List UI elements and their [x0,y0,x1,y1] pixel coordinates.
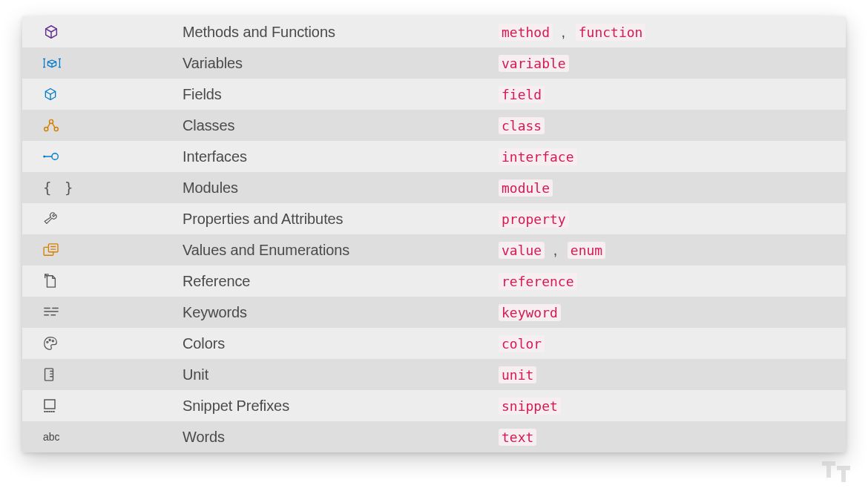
code-token: field [499,86,545,103]
code-token: module [499,179,553,197]
code-values: variable [499,55,846,72]
label: Words [183,429,499,446]
separator: , [545,242,568,258]
field-icon [43,87,183,102]
code-values: color [499,335,846,352]
code-values: text [499,429,846,446]
code-token: variable [499,55,569,72]
table-row: Fields field [22,79,846,110]
code-token: interface [499,148,577,165]
label: Classes [183,117,499,134]
code-token: enum [568,242,605,259]
snippet-icon [43,398,183,413]
table-row: Classes class [22,110,846,141]
table-row: abc Words text [22,421,846,452]
code-values: unit [499,366,846,383]
table-row: Colors color [22,328,846,359]
svg-point-4 [43,155,45,157]
svg-point-7 [47,341,48,343]
code-values: property [499,211,846,228]
code-token: color [499,335,545,352]
code-values: field [499,86,846,103]
table-row: { } Modules module [22,172,846,203]
interface-icon [43,151,183,162]
label: Properties and Attributes [183,211,499,228]
label: Colors [183,335,499,352]
table-row: Snippet Prefixes snippet [22,390,846,421]
svg-rect-14 [841,466,846,482]
svg-point-9 [52,340,53,342]
svg-point-1 [49,119,53,123]
code-token: property [499,211,569,228]
svg-rect-6 [48,244,58,252]
watermark-icon [822,461,855,482]
table-row: Reference reference [22,266,846,297]
text-icon: abc [43,431,183,443]
code-values: reference [499,273,846,290]
reference-icon [43,274,183,288]
svg-rect-10 [45,369,53,380]
label: Reference [183,273,499,290]
table-row: Properties and Attributes property [22,203,846,234]
color-icon [43,336,183,351]
code-values: value , enum [499,242,846,259]
code-token: reference [499,273,577,290]
table-row: Methods and Functions method , function [22,16,846,47]
table-row: Variables variable [22,47,846,79]
keyword-icon [43,306,183,319]
label: Fields [183,86,499,103]
svg-point-8 [49,339,50,340]
label: Variables [183,55,499,72]
intellisense-legend-table: Methods and Functions method , function … [22,16,846,452]
table-row: Keywords keyword [22,297,846,328]
enum-icon [43,243,183,257]
label: Snippet Prefixes [183,398,499,415]
variable-icon [43,57,183,69]
code-values: interface [499,148,846,165]
code-values: class [499,117,846,134]
table-row: Interfaces interface [22,141,846,172]
table-row: Unit unit [22,359,846,390]
label: Modules [183,179,499,197]
table-row: Values and Enumerations value , enum [22,234,846,266]
label: Interfaces [183,148,499,165]
code-values: keyword [499,304,846,321]
code-token: class [499,117,545,134]
code-token: text [499,429,536,446]
code-values: snippet [499,398,846,415]
code-token: unit [499,366,536,383]
label: Unit [183,366,499,383]
label: Keywords [183,304,499,321]
module-icon: { } [43,179,183,196]
separator: , [553,24,576,40]
code-token: value [499,242,545,259]
label: Methods and Functions [183,24,499,41]
code-values: module [499,179,846,197]
method-icon [43,24,183,40]
label: Values and Enumerations [183,242,499,259]
svg-rect-12 [826,461,831,478]
code-token: method [499,24,553,41]
code-token: snippet [499,398,561,415]
unit-icon [43,367,183,382]
class-icon [43,118,183,133]
code-token: keyword [499,304,561,321]
property-icon [43,211,183,226]
svg-point-3 [52,154,58,159]
code-token: function [576,24,646,41]
code-values: method , function [499,24,846,41]
